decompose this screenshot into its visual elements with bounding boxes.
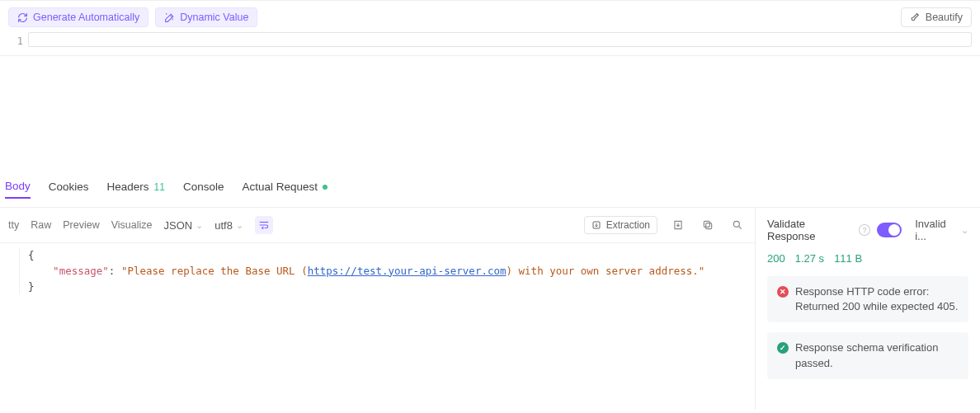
request-body-editor: 1 xyxy=(0,32,980,55)
validation-ok-message: ✓ Response schema verification passed. xyxy=(767,332,968,378)
response-subtabs: tty Raw Preview Visualize JSON ⌄ utf8 ⌄ … xyxy=(0,208,755,243)
code-line-number xyxy=(5,248,20,264)
svg-rect-2 xyxy=(704,221,709,227)
response-size: 111 B xyxy=(834,252,862,265)
help-icon[interactable]: ? xyxy=(859,224,869,236)
brush-icon xyxy=(910,12,921,23)
code-line-number xyxy=(5,264,20,279)
extraction-button[interactable]: Extraction xyxy=(584,216,657,234)
response-tabs: Body Cookies Headers 11 Console Actual R… xyxy=(0,171,980,207)
wrap-icon xyxy=(258,219,270,231)
format-select[interactable]: JSON ⌄ xyxy=(164,219,204,232)
chevron-down-icon: ⌄ xyxy=(236,220,243,231)
base-url-link[interactable]: https://test.your-api-server.com xyxy=(308,265,506,277)
copy-icon xyxy=(702,219,714,231)
validate-response-label: Validate Response xyxy=(767,218,852,242)
download-icon xyxy=(672,219,684,231)
subtab-pretty[interactable]: tty xyxy=(8,219,19,231)
validate-response-toggle[interactable] xyxy=(877,223,902,237)
check-icon: ✓ xyxy=(777,342,789,354)
response-stats: 200 1.27 s 111 B xyxy=(767,252,968,265)
tab-cookies[interactable]: Cookies xyxy=(49,181,89,198)
extraction-icon xyxy=(591,220,601,230)
response-body-viewer[interactable]: { "message": "Please replace the Base UR… xyxy=(0,243,755,299)
request-body-toolbar: Generate Automatically Dynamic Value Bea… xyxy=(0,1,980,32)
response-time: 1.27 s xyxy=(795,252,824,265)
dynamic-value-button[interactable]: Dynamic Value xyxy=(155,7,257,27)
wrap-lines-button[interactable] xyxy=(255,216,273,234)
dynamic-value-label: Dynamic Value xyxy=(180,12,248,23)
generate-automatically-label: Generate Automatically xyxy=(33,12,139,23)
search-icon xyxy=(732,219,743,231)
tab-actual-request[interactable]: Actual Request xyxy=(242,181,327,198)
editor-input[interactable] xyxy=(28,32,972,47)
svg-point-3 xyxy=(733,221,739,227)
wand-icon xyxy=(164,12,175,23)
invalid-dropdown[interactable]: Invalid i... ⌄ xyxy=(915,218,968,242)
beautify-button[interactable]: Beautify xyxy=(901,7,972,27)
validation-error-message: ✕ Response HTTP code error: Returned 200… xyxy=(767,276,968,322)
editor-blank-space xyxy=(0,56,980,171)
validation-panel: Validate Response ? Invalid i... ⌄ 200 1… xyxy=(756,208,980,410)
error-icon: ✕ xyxy=(777,286,789,298)
response-left-pane: tty Raw Preview Visualize JSON ⌄ utf8 ⌄ … xyxy=(0,208,756,410)
request-body-section: Generate Automatically Dynamic Value Bea… xyxy=(0,0,980,56)
encoding-select[interactable]: utf8 ⌄ xyxy=(214,219,243,232)
editor-line-number: 1 xyxy=(8,32,28,47)
actual-request-dot-icon xyxy=(323,185,327,190)
search-response-button[interactable] xyxy=(728,216,747,234)
chevron-down-icon: ⌄ xyxy=(196,220,203,231)
headers-count-badge: 11 xyxy=(154,181,165,193)
save-response-button[interactable] xyxy=(669,216,687,234)
sync-icon xyxy=(17,12,28,23)
svg-rect-1 xyxy=(706,223,712,229)
copy-response-button[interactable] xyxy=(699,216,717,234)
subtab-visualize[interactable]: Visualize xyxy=(111,219,153,231)
response-area: tty Raw Preview Visualize JSON ⌄ utf8 ⌄ … xyxy=(0,207,980,410)
generate-automatically-button[interactable]: Generate Automatically xyxy=(8,7,148,27)
tab-headers[interactable]: Headers 11 xyxy=(107,181,165,198)
subtab-raw[interactable]: Raw xyxy=(31,219,51,231)
beautify-label: Beautify xyxy=(926,12,963,23)
status-code: 200 xyxy=(767,252,785,265)
chevron-down-icon: ⌄ xyxy=(961,225,968,236)
code-line-number xyxy=(5,279,20,295)
tab-console[interactable]: Console xyxy=(183,181,224,198)
tab-body[interactable]: Body xyxy=(5,180,31,199)
subtab-preview[interactable]: Preview xyxy=(63,219,99,231)
